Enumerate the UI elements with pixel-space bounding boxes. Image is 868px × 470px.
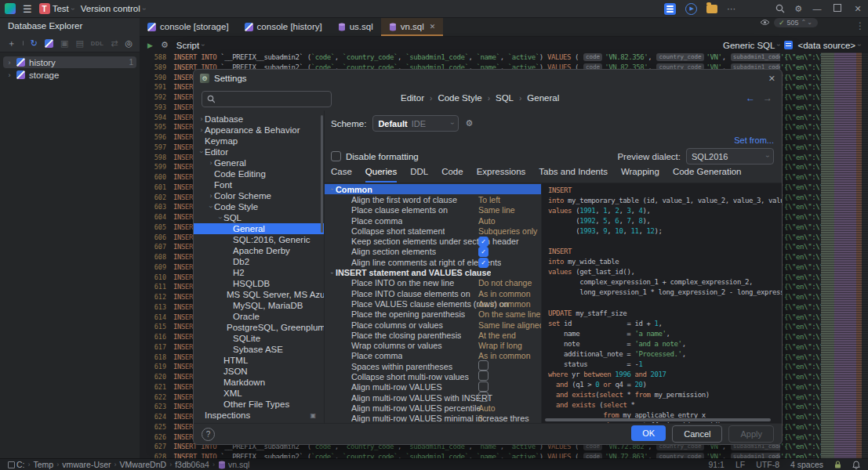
execute-icon[interactable]: ▶ — [147, 42, 153, 49]
tab-Queries[interactable]: Queries — [365, 167, 397, 183]
settings-tree-item-General[interactable]: General — [194, 223, 324, 234]
tab-Tabs-and-Indents[interactable]: Tabs and Indents — [539, 167, 608, 183]
option-place-the-closing-parenthesis[interactable]: Place the closing parenthesisAt the end — [325, 330, 541, 340]
scheme-actions-gear-icon[interactable]: ⚙ — [465, 118, 473, 128]
path-item-C-[interactable]: C: — [8, 460, 25, 469]
option-value[interactable]: As in common — [478, 351, 531, 360]
option-value[interactable]: Auto — [478, 403, 496, 413]
tab-console-history-[interactable]: console [history] — [237, 17, 330, 36]
breadcrumb-item-General[interactable]: General — [527, 93, 559, 103]
settings-tree-item-Font[interactable]: Font — [194, 179, 324, 190]
option-value[interactable]: Subqueries only — [478, 226, 537, 236]
settings-tree-item-SQL-2016-Generic[interactable]: SQL:2016, Generic — [194, 234, 324, 245]
chevron-open-icon[interactable]: › — [329, 186, 336, 193]
close-dialog-icon[interactable]: ✕ — [768, 74, 775, 84]
option-align-the-first-word-of-clause[interactable]: Align the first word of clauseTo left — [325, 194, 541, 204]
settings-tree-item-SQL[interactable]: ›SQL — [194, 212, 324, 223]
status-4-spaces[interactable]: 4 spaces — [790, 460, 823, 469]
maximize-icon[interactable] — [832, 4, 843, 13]
scheme-select[interactable]: Default IDE › — [372, 115, 459, 132]
more-actions-icon[interactable]: ⋯ — [727, 4, 736, 14]
option-checkbox[interactable] — [478, 360, 488, 371]
option-value[interactable]: Same line aligned — [478, 320, 541, 330]
settings-tree-item-Color-Scheme[interactable]: ›Color Scheme — [194, 190, 324, 201]
option-value[interactable]: As in common — [478, 299, 531, 309]
dialect-selector[interactable]: Generic SQL › — [723, 41, 779, 50]
reader-mode-eye-icon[interactable] — [760, 19, 770, 26]
tab-console-storage-[interactable]: console [storage] — [140, 17, 237, 36]
option-checkbox[interactable]: ✓ — [478, 237, 488, 247]
chevron-closed-icon[interactable]: › — [198, 126, 205, 134]
settings-tree-item-Sybase-ASE[interactable]: Sybase ASE — [194, 344, 324, 355]
tab-Wrapping[interactable]: Wrapping — [621, 167, 659, 183]
option-place-into-clause-elements-on[interactable]: Place INTO clause elements onAs in commo… — [325, 288, 541, 298]
settings-tree-item-Appearance-Behavior[interactable]: ›Appearance & Behavior — [194, 125, 324, 136]
settings-tree-item-HSQLDB[interactable]: HSQLDB — [194, 278, 324, 289]
option-spaces-within-parentheses[interactable]: Spaces within parentheses — [325, 361, 541, 371]
option-place-comma[interactable]: Place commaAs in common — [325, 351, 541, 361]
tab-Case[interactable]: Case — [331, 167, 352, 183]
tab-vn-sql[interactable]: vn.sql✕ — [381, 17, 444, 36]
sidebar-item-history[interactable]: ›history1 — [3, 56, 136, 68]
breadcrumb-item-SQL[interactable]: SQL — [496, 93, 514, 103]
apply-button[interactable]: Apply — [728, 425, 774, 443]
settings-tree-item-Code-Style[interactable]: ›Code Style — [194, 201, 324, 212]
ok-button[interactable]: OK — [631, 425, 666, 441]
chevron-closed-icon[interactable]: › — [198, 115, 205, 123]
option-value[interactable]: Same line — [478, 205, 515, 215]
settings-tree-item-Db2[interactable]: Db2 — [194, 256, 324, 267]
option-place-columns-or-values[interactable]: Place columns or valuesSame line aligned — [325, 320, 541, 330]
datasource-properties-icon[interactable] — [23, 39, 24, 48]
minimize-icon[interactable]: — — [812, 4, 823, 13]
settings-tree-item-Markdown[interactable]: Markdown — [194, 377, 324, 388]
search-input[interactable] — [218, 94, 326, 105]
settings-tree-item-PostgreSQL-Greenplum-Redshi[interactable]: PostgreSQL, Greenplum, Redshi — [194, 322, 324, 333]
settings-tree-item-MS-SQL-Server-MS-Azure[interactable]: MS SQL Server, MS Azure — [194, 289, 324, 300]
option-value[interactable]: Auto — [478, 216, 496, 226]
option-align-section-elements[interactable]: Align section elements✓ — [325, 247, 541, 257]
settings-tree-item-H2[interactable]: H2 — [194, 267, 324, 278]
run-icon[interactable]: ▶ — [685, 3, 697, 15]
option-place-clause-elements-on[interactable]: Place clause elements onSame line — [325, 205, 541, 215]
path-item-Temp[interactable]: Temp — [34, 460, 54, 469]
breadcrumb-item-Code-Style[interactable]: Code Style — [438, 93, 481, 103]
project-selector[interactable]: T Test › — [39, 3, 74, 14]
option-common[interactable]: ›Common — [325, 184, 541, 194]
notifications-bell-icon[interactable] — [852, 461, 860, 469]
chevron-open-icon[interactable]: › — [198, 149, 205, 155]
option-align-multi-row-values-percentile[interactable]: Align multi-row VALUES percentileAuto — [325, 403, 541, 413]
help-button[interactable]: ? — [202, 428, 215, 441]
settings-tree-item-JSON[interactable]: JSON — [194, 366, 324, 377]
option-place-values-clause-elements-rows-on[interactable]: Place VALUES clause elements (rows) onAs… — [325, 298, 541, 309]
preview-horizontal-scrollbar[interactable] — [545, 418, 771, 421]
settings-tree-item-Keymap[interactable]: Keymap — [194, 136, 324, 146]
option-checkbox[interactable] — [478, 381, 488, 392]
option-place-the-opening-parenthesis[interactable]: Place the opening parenthesisOn the same… — [325, 309, 541, 320]
status-91-1[interactable]: 91:1 — [709, 460, 725, 469]
settings-tree-item-Inspections[interactable]: Inspections▣ — [194, 410, 324, 421]
settings-tree-item-HTML[interactable]: HTML — [194, 355, 324, 366]
option-collapse-short-statement[interactable]: Collapse short statementSubqueries only — [325, 226, 541, 236]
option-value[interactable]: As in common — [478, 289, 531, 298]
path-item-f3db06a4[interactable]: f3db06a4 — [175, 460, 209, 469]
close-window-icon[interactable]: ✕ — [852, 4, 863, 14]
option-place-into-on-the-new-line[interactable]: Place INTO on the new lineDo not change — [325, 278, 541, 288]
option-value[interactable]: 3 — [478, 414, 483, 423]
add-datasource-icon[interactable]: ＋ — [7, 38, 16, 49]
option-value[interactable]: Do not change — [478, 278, 532, 287]
option-align-multi-row-values-minimal-increase-thres[interactable]: Align multi-row VALUES minimal increase … — [325, 414, 541, 424]
main-menu-icon[interactable]: ☰ — [23, 4, 32, 14]
project-folder-icon[interactable] — [706, 5, 717, 13]
preview-dialect-select[interactable]: SQL2016 › — [686, 148, 774, 164]
status-LF[interactable]: LF — [735, 460, 745, 469]
refresh-icon[interactable]: ↻ — [31, 38, 38, 49]
close-tab-icon[interactable]: ✕ — [430, 23, 436, 31]
cancel-button[interactable]: Cancel — [672, 425, 722, 443]
settings-tree-item-XML[interactable]: XML — [194, 388, 324, 399]
settings-tree-item-Code-Editing[interactable]: Code Editing — [194, 168, 324, 179]
settings-tree-item-MySQL-MariaDB[interactable]: MySQL, MariaDB — [194, 300, 324, 311]
chevron-right-icon[interactable]: › — [6, 59, 13, 67]
option-value[interactable]: On the same line — [478, 309, 540, 319]
settings-tree-item-Database[interactable]: ›Database — [194, 114, 324, 125]
tab-us-sql[interactable]: us.sql — [330, 17, 381, 36]
